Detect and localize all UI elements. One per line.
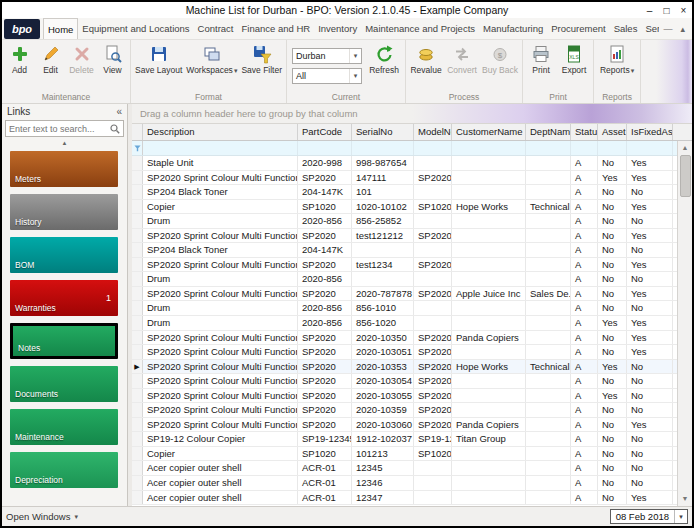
sidebar-item-maintenance[interactable]: Maintenance: [10, 409, 118, 445]
tab-maintenance-and-projects[interactable]: Maintenance and Projects: [361, 18, 479, 39]
tab-finance-and-hr[interactable]: Finance and HR: [237, 18, 314, 39]
filter-cell-isfixedasset[interactable]: [627, 141, 673, 155]
filter-cell-deptname[interactable]: [526, 141, 571, 155]
search-input[interactable]: [6, 124, 110, 134]
filter-cell-partcode[interactable]: [298, 141, 352, 155]
column-header-modelno[interactable]: ModelNo: [414, 124, 452, 140]
refresh-button[interactable]: Refresh: [365, 41, 403, 91]
sidebar-item-meters[interactable]: Meters: [10, 151, 118, 187]
tab-sales[interactable]: Sales: [610, 18, 642, 39]
reports-button[interactable]: Reports▾: [596, 41, 638, 91]
scroll-down-icon[interactable]: ▼: [678, 492, 692, 506]
table-row[interactable]: Acer copier outer shellACR-0112346ANoNo: [132, 476, 692, 491]
site-select[interactable]: Durban ▾: [292, 48, 362, 64]
column-header-isfixedasset[interactable]: IsFixedAsset: [627, 124, 673, 140]
table-row[interactable]: Drum2020-856856-1020AYesYes: [132, 316, 692, 331]
buy-back-button[interactable]: $ Buy Back: [480, 41, 520, 91]
convert-button[interactable]: Convert: [444, 41, 480, 91]
table-row[interactable]: CopierSP1020101213SP1020ANoNo: [132, 447, 692, 462]
workspaces-button[interactable]: Workspaces▾: [184, 41, 239, 91]
table-row[interactable]: Drum2020-856ANoNo: [132, 272, 692, 287]
sidebar-item-notes[interactable]: Notes: [10, 323, 118, 359]
sidebar-scroll-up[interactable]: ▲: [2, 139, 127, 148]
table-row[interactable]: SP2020 Sprint Colour Multi Functional Co…: [132, 287, 692, 302]
table-row[interactable]: SP204 Black Toner204-147K101ANoNo: [132, 185, 692, 200]
sidebar-item-documents[interactable]: Documents: [10, 366, 118, 402]
table-row[interactable]: Drum2020-856856-1010ANoNo: [132, 301, 692, 316]
column-header-deptname[interactable]: DeptName: [526, 124, 571, 140]
sidebar-item-history[interactable]: History: [10, 194, 118, 230]
filter-cell-description[interactable]: [143, 141, 298, 155]
column-header-asset[interactable]: Asset: [598, 124, 627, 140]
scroll-up-icon[interactable]: ▲: [678, 141, 692, 155]
sidebar-item-label: History: [15, 217, 41, 227]
cell-isfixedasset: Yes: [627, 156, 673, 170]
table-row[interactable]: SP2020 Sprint Colour Multi Functional Co…: [132, 403, 692, 418]
table-row[interactable]: SP2020 Sprint Colour Multi Functional Co…: [132, 345, 692, 360]
print-button[interactable]: Print: [525, 41, 557, 91]
table-row[interactable]: Staple Unit2020-998998-987654ANoYes: [132, 156, 692, 171]
delete-button[interactable]: Delete: [66, 41, 97, 91]
filter-select[interactable]: All ▾: [292, 68, 362, 84]
table-row[interactable]: CopierSP10201020-10102SP1020Hope WorksTe…: [132, 200, 692, 215]
cell-customername: Panda Copiers: [452, 418, 526, 432]
filter-cell-customername[interactable]: [452, 141, 526, 155]
close-button[interactable]: ×: [675, 3, 692, 18]
filter-cell-status[interactable]: [571, 141, 598, 155]
open-windows-button[interactable]: Open Windows ▾: [6, 511, 78, 522]
cell-modelno: [414, 272, 452, 286]
cell-customername: [452, 229, 526, 243]
table-row[interactable]: SP2020 Sprint Colour Multi Functional Co…: [132, 389, 692, 404]
sidebar-item-bom[interactable]: BOM: [10, 237, 118, 273]
cell-description: SP2020 Sprint Colour Multi Functional Co…: [143, 389, 298, 403]
filter-cell-modelno[interactable]: [414, 141, 452, 155]
vertical-scrollbar[interactable]: ▲ ▼: [677, 141, 692, 506]
cell-deptname: [526, 156, 571, 170]
tab-contract[interactable]: Contract: [194, 18, 238, 39]
table-row[interactable]: SP2020 Sprint Colour Multi Functional Co…: [132, 258, 692, 273]
export-button[interactable]: XLS Export: [557, 41, 591, 91]
ribbon-minimize-icon[interactable]: —: [659, 24, 676, 34]
sidebar-item-depreciation[interactable]: Depreciation: [10, 452, 118, 488]
table-row[interactable]: SP2020 Sprint Colour Multi Functional Co…: [132, 331, 692, 346]
cell-asset: No: [598, 345, 627, 359]
table-row[interactable]: ▶SP2020 Sprint Colour Multi Functional C…: [132, 360, 692, 375]
column-header-partcode[interactable]: PartCode: [298, 124, 352, 140]
filter-funnel-icon: [132, 141, 143, 155]
add-button[interactable]: Add: [4, 41, 35, 91]
column-header-description[interactable]: Description: [143, 124, 298, 140]
tab-procurement[interactable]: Procurement: [547, 18, 609, 39]
column-header-serialno[interactable]: SerialNo: [352, 124, 414, 140]
tab-manufacturing[interactable]: Manufacturing: [479, 18, 547, 39]
table-row[interactable]: SP19-12 Colour CopierSP19-1234561912-102…: [132, 432, 692, 447]
tab-equipment-and-locations[interactable]: Equipment and Locations: [78, 18, 193, 39]
table-row[interactable]: SP204 Black Toner204-147KANoNo: [132, 243, 692, 258]
scrollbar-thumb[interactable]: [680, 155, 691, 197]
column-header-status[interactable]: Status: [571, 124, 598, 140]
table-row[interactable]: Acer copier outer shellACR-0112345ANoNo: [132, 461, 692, 476]
maximize-button[interactable]: □: [658, 3, 675, 18]
collapse-sidebar-icon[interactable]: «: [116, 106, 122, 117]
minimize-button[interactable]: –: [641, 3, 658, 18]
table-row[interactable]: SP2020 Sprint Colour Multi Functional Co…: [132, 171, 692, 186]
tab-home[interactable]: Home: [43, 18, 78, 39]
cell-modelno: SP2020: [414, 287, 452, 301]
table-row[interactable]: Drum2020-856856-25852ANoNo: [132, 214, 692, 229]
table-row[interactable]: SP2020 Sprint Colour Multi Functional Co…: [132, 374, 692, 389]
save-filter-button[interactable]: Save Filter: [239, 41, 284, 91]
date-picker[interactable]: 08 Feb 2018 ▾: [610, 509, 688, 524]
save-layout-button[interactable]: Save Layout: [133, 41, 184, 91]
tab-inventory[interactable]: Inventory: [314, 18, 361, 39]
column-header-customername[interactable]: CustomerName: [452, 124, 526, 140]
table-row[interactable]: SP2020 Sprint Colour Multi Functional Co…: [132, 229, 692, 244]
filter-cell-serialno[interactable]: [352, 141, 414, 155]
filter-cell-asset[interactable]: [598, 141, 627, 155]
edit-button[interactable]: Edit: [35, 41, 66, 91]
revalue-button[interactable]: Revalue: [408, 41, 444, 91]
view-button[interactable]: View: [97, 41, 128, 91]
table-row[interactable]: Acer copier outer shellACR-0112347ANoYes: [132, 491, 692, 506]
tab-service[interactable]: Service: [641, 18, 659, 39]
ribbon-collapse-icon[interactable]: ▴: [676, 24, 689, 34]
table-row[interactable]: SP2020 Sprint Colour Multi Functional Co…: [132, 418, 692, 433]
sidebar-item-warranties[interactable]: Warranties1: [10, 280, 118, 316]
